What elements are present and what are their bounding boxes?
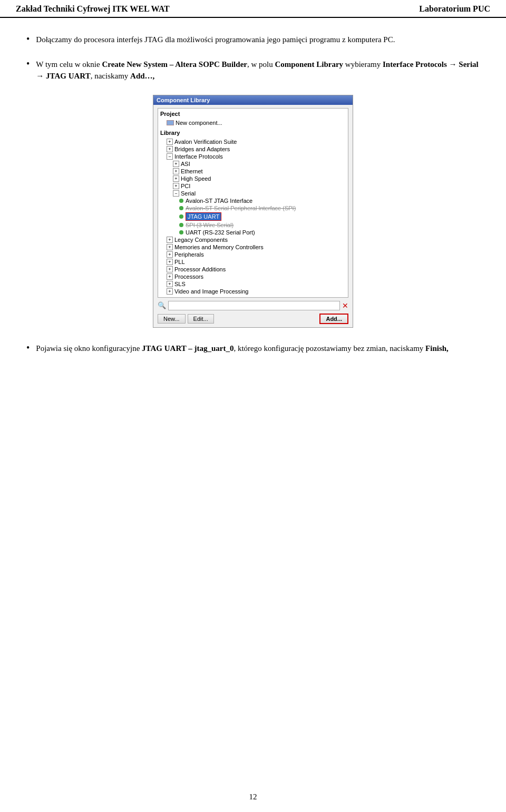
- dot-icon: [179, 223, 183, 227]
- add-button[interactable]: Add...: [319, 314, 348, 324]
- search-row: 🔍 ✕: [158, 301, 348, 310]
- dialog-buttons-row: New... Edit... Add...: [158, 314, 348, 324]
- expand-icon: +: [167, 288, 173, 295]
- expand-icon: +: [167, 251, 173, 258]
- search-input[interactable]: [168, 301, 340, 310]
- tree-item-processors[interactable]: + Processors: [160, 273, 346, 280]
- page-header: Zakład Techniki Cyfrowej ITK WEL WAT Lab…: [0, 0, 506, 18]
- tree-item-uart-rs232[interactable]: UART (RS-232 Serial Port): [160, 229, 346, 236]
- tree-view: Project New component... Library + Avalo…: [158, 108, 348, 298]
- tree-item-memories[interactable]: + Memories and Memory Controllers: [160, 243, 346, 251]
- bullet-symbol-3: •: [26, 343, 30, 354]
- bullet-text-1: Dołączamy do procesora interfejs JTAG dl…: [36, 34, 395, 46]
- tree-item-jtag-uart[interactable]: JTAG UART: [160, 212, 346, 221]
- expand-icon-minus: −: [173, 190, 179, 197]
- dot-icon: [179, 230, 183, 234]
- bullet-item-1: • Dołączamy do procesora interfejs JTAG …: [26, 34, 480, 46]
- header-left-title: Zakład Techniki Cyfrowej ITK WEL WAT: [16, 4, 170, 14]
- component-library-dialog: Component Library Project New component.…: [153, 95, 353, 328]
- tree-item-processor-additions[interactable]: + Processor Additions: [160, 266, 346, 273]
- header-right-title: Laboratorium PUC: [419, 4, 490, 14]
- expand-icon: +: [167, 266, 173, 272]
- expand-icon: +: [167, 244, 173, 250]
- tree-item-high-speed[interactable]: + High Speed: [160, 175, 346, 182]
- tree-item-legacy[interactable]: + Legacy Components: [160, 236, 346, 243]
- main-content: • Dołączamy do procesora interfejs JTAG …: [0, 18, 506, 388]
- expand-icon: +: [173, 161, 179, 167]
- clear-search-icon[interactable]: ✕: [342, 301, 348, 310]
- dot-icon: [179, 199, 183, 203]
- project-header: Project: [160, 111, 346, 117]
- edit-button[interactable]: Edit...: [188, 314, 214, 324]
- search-icon: 🔍: [158, 301, 166, 309]
- new-button[interactable]: New...: [158, 314, 186, 324]
- bullet-item-3: • Pojawia się okno konfiguracyjne JTAG U…: [26, 343, 480, 355]
- tree-item-asi[interactable]: + ASI: [160, 160, 346, 168]
- new-component-item[interactable]: New component...: [160, 119, 346, 126]
- tree-item-sls[interactable]: + SLS: [160, 280, 346, 288]
- bullet-symbol-1: •: [26, 34, 30, 45]
- bullet-item-2: • W tym celu w oknie Create New System –…: [26, 58, 480, 82]
- tree-item-avalon-st-jtag[interactable]: Avalon-ST JTAG Interface: [160, 197, 346, 204]
- tree-item-video[interactable]: + Video and Image Processing: [160, 288, 346, 295]
- tree-item-pll[interactable]: + PLL: [160, 258, 346, 266]
- library-header: Library: [160, 130, 346, 136]
- bullet-text-3: Pojawia się okno konfiguracyjne JTAG UAR…: [36, 343, 449, 355]
- bullet-text-2: W tym celu w oknie Create New System – A…: [36, 58, 480, 82]
- dialog-title: Component Library: [157, 97, 210, 103]
- expand-icon: +: [167, 146, 173, 152]
- tree-item-bridges[interactable]: + Bridges and Adapters: [160, 145, 346, 153]
- folder-icon: [167, 120, 174, 125]
- expand-icon: +: [167, 237, 173, 243]
- dialog-title-bar: Component Library: [153, 95, 353, 105]
- tree-item-serial[interactable]: − Serial: [160, 190, 346, 197]
- dialog-body: Project New component... Library + Avalo…: [153, 105, 353, 327]
- tree-item-pci[interactable]: + PCI: [160, 182, 346, 190]
- new-component-label: New component...: [176, 120, 222, 126]
- expand-icon: +: [167, 139, 173, 145]
- dot-icon: [179, 206, 183, 210]
- tree-item-peripherals[interactable]: + Peripherals: [160, 251, 346, 258]
- dialog-screenshot-container: Component Library Project New component.…: [26, 95, 480, 328]
- dot-icon: [179, 214, 183, 219]
- expand-icon: +: [173, 168, 179, 174]
- expand-icon: +: [173, 183, 179, 189]
- bullet-symbol-2: •: [26, 58, 30, 70]
- tree-item-spi-3wire[interactable]: SPI (3 Wire Serial): [160, 221, 346, 229]
- tree-item-interface-protocols[interactable]: − Interface Protocols: [160, 153, 346, 160]
- tree-item-avalon-st-spi[interactable]: Avalon-ST Serial Peripheral Interface (S…: [160, 204, 346, 212]
- page-number: 12: [0, 793, 506, 801]
- tree-item-ethernet[interactable]: + Ethernet: [160, 168, 346, 175]
- expand-icon: +: [173, 175, 179, 182]
- expand-icon-minus: −: [167, 153, 173, 160]
- expand-icon: +: [167, 281, 173, 287]
- left-buttons: New... Edit...: [158, 314, 214, 324]
- tree-item-avalon-verification[interactable]: + Avalon Verification Suite: [160, 138, 346, 145]
- expand-icon: +: [167, 273, 173, 280]
- expand-icon: +: [167, 259, 173, 265]
